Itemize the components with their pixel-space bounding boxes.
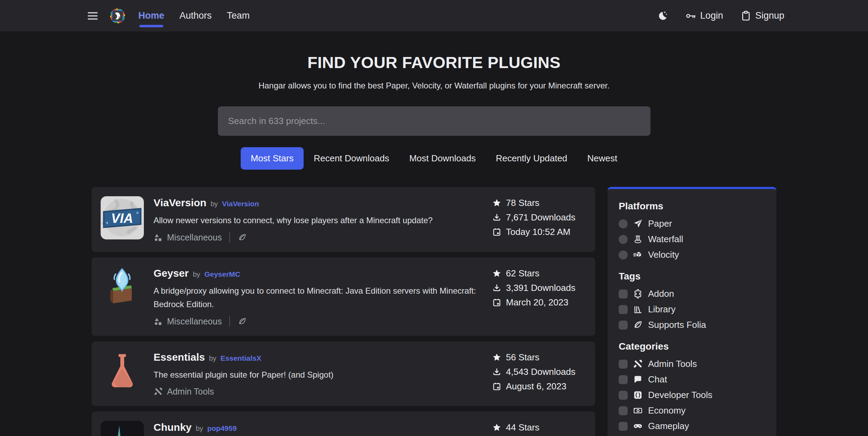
miscellaneous-category-icon <box>154 317 163 326</box>
platforms-title: Platforms <box>619 201 765 212</box>
platforms-section: Platforms Paper Waterfall Velocity <box>619 201 765 263</box>
paper-radio[interactable] <box>619 219 628 228</box>
platform-filter-velocity[interactable]: Velocity <box>619 247 765 263</box>
banknote-icon <box>633 406 643 416</box>
download-icon <box>492 283 501 293</box>
project-avatar-geyser <box>101 267 144 310</box>
project-avatar-viaversion: VIA <box>101 196 144 239</box>
puzzle-icon <box>633 289 643 299</box>
tags-section: Tags Addon Library Supports Folia <box>619 271 765 333</box>
addon-checkbox[interactable] <box>619 290 628 298</box>
project-description: Allow newer versions to connect, why los… <box>154 214 482 227</box>
project-avatar-chunky <box>101 421 144 436</box>
wrench-screwdriver-icon <box>633 359 643 369</box>
project-description: The essential plugin suite for Paper! (a… <box>154 368 482 381</box>
login-button[interactable]: Login <box>685 10 723 21</box>
updated-date: August 6, 2023 <box>506 381 566 392</box>
main-nav: Home Authors Team <box>138 3 250 28</box>
tag-label: Library <box>648 304 675 315</box>
hangar-logo[interactable] <box>108 6 127 26</box>
project-author-link[interactable]: GeyserMC <box>204 270 240 278</box>
project-name[interactable]: Geyser <box>154 267 189 279</box>
project-card-viaversion[interactable]: VIA ViaVersion by ViaVersion Allow newer… <box>92 187 595 252</box>
top-navbar: Home Authors Team Login Signup <box>0 0 868 31</box>
nav-link-team[interactable]: Team <box>226 3 250 28</box>
tab-recently-updated[interactable]: Recently Updated <box>486 147 578 170</box>
meta-divider <box>229 316 230 326</box>
tag-filter-supports-folia[interactable]: Supports Folia <box>619 317 765 333</box>
folia-leaf-icon <box>238 233 247 242</box>
project-card-chunky[interactable]: Chunky by pop4959 44 Stars <box>92 411 595 436</box>
updated-date: March 20, 2023 <box>506 297 569 308</box>
tag-filter-addon[interactable]: Addon <box>619 286 765 302</box>
tag-label: Supports Folia <box>648 320 706 330</box>
star-icon <box>492 198 501 208</box>
project-author-link[interactable]: pop4959 <box>207 424 237 433</box>
category-label: Gameplay <box>648 421 689 432</box>
economy-checkbox[interactable] <box>619 406 628 415</box>
clipboard-icon <box>740 10 751 21</box>
by-label: by <box>196 425 203 433</box>
star-icon <box>492 423 501 432</box>
page-subtitle: Hangar allows you to find the best Paper… <box>0 81 868 91</box>
signup-button[interactable]: Signup <box>740 10 784 21</box>
downloads-count: 3,391 Downloads <box>506 283 575 293</box>
tab-newest[interactable]: Newest <box>577 147 627 170</box>
project-name[interactable]: Chunky <box>154 421 192 433</box>
tab-recent-downloads[interactable]: Recent Downloads <box>304 147 399 170</box>
search-input[interactable] <box>218 106 650 136</box>
project-stats: 44 Stars <box>492 421 586 436</box>
velocity-radio[interactable] <box>619 250 628 259</box>
star-icon <box>492 269 501 278</box>
downloads-count: 7,671 Downloads <box>506 212 575 223</box>
category-filter-chat[interactable]: Chat <box>619 372 765 387</box>
signup-label: Signup <box>755 10 784 21</box>
project-meta: Miscellaneous <box>154 316 482 326</box>
project-category: Miscellaneous <box>167 316 222 326</box>
stars-count: 78 Stars <box>506 198 539 208</box>
developer-tools-checkbox[interactable] <box>619 391 628 400</box>
project-meta: Miscellaneous <box>154 232 482 243</box>
project-avatar-essentials <box>101 351 144 394</box>
updated-date: Today 10:52 AM <box>506 227 570 237</box>
category-filter-economy[interactable]: Economy <box>619 403 765 418</box>
platform-filter-waterfall[interactable]: Waterfall <box>619 231 765 247</box>
project-card-geyser[interactable]: Geyser by GeyserMC A bridge/proxy allowi… <box>92 257 595 336</box>
hero-section: FIND YOUR FAVORITE PLUGINS Hangar allows… <box>0 53 868 170</box>
navbar-right: Login Signup <box>657 10 784 21</box>
project-name[interactable]: Essentials <box>154 351 205 363</box>
project-card-essentials[interactable]: Essentials by EssentialsX The essential … <box>92 341 595 406</box>
tag-filter-library[interactable]: Library <box>619 302 765 317</box>
project-name[interactable]: ViaVersion <box>154 197 206 209</box>
download-icon <box>492 213 501 222</box>
nav-link-authors[interactable]: Authors <box>179 3 212 28</box>
platform-label: Waterfall <box>648 234 683 245</box>
hamburger-menu-icon[interactable] <box>86 10 99 22</box>
chat-checkbox[interactable] <box>619 375 628 384</box>
category-filter-gameplay[interactable]: Gameplay <box>619 418 765 434</box>
project-author-link[interactable]: EssentialsX <box>221 354 261 362</box>
project-author-link[interactable]: ViaVersion <box>222 200 259 208</box>
platform-label: Velocity <box>648 249 679 260</box>
project-stats: 78 Stars 7,671 Downloads Today 10:52 AM <box>492 196 586 243</box>
category-filter-admin-tools[interactable]: Admin Tools <box>619 356 765 372</box>
admin-tools-checkbox[interactable] <box>619 360 628 369</box>
category-filter-developer-tools[interactable]: Developer Tools <box>619 387 765 403</box>
stars-count: 44 Stars <box>506 422 539 433</box>
tab-most-stars[interactable]: Most Stars <box>241 147 304 170</box>
nav-link-home[interactable]: Home <box>138 3 165 28</box>
waterfall-radio[interactable] <box>619 235 628 244</box>
project-category: Miscellaneous <box>167 233 222 243</box>
stars-count: 62 Stars <box>506 268 539 279</box>
folia-leaf-icon <box>238 317 247 326</box>
code-braces-icon <box>633 390 643 400</box>
leaf-icon <box>633 320 643 330</box>
tab-most-downloads[interactable]: Most Downloads <box>399 147 486 170</box>
dark-mode-moon-icon[interactable] <box>657 10 668 21</box>
platform-filter-paper[interactable]: Paper <box>619 216 765 231</box>
velocity-icon <box>633 250 643 260</box>
platform-label: Paper <box>648 218 672 229</box>
gameplay-checkbox[interactable] <box>619 422 628 431</box>
supports-folia-checkbox[interactable] <box>619 321 628 330</box>
library-checkbox[interactable] <box>619 305 628 314</box>
